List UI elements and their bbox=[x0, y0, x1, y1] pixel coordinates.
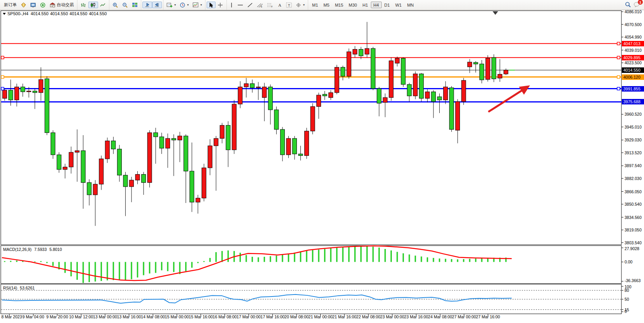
line-chart-button[interactable] bbox=[98, 2, 108, 8]
candlestick-chart-button[interactable] bbox=[88, 2, 98, 8]
crosshair-button[interactable] bbox=[216, 2, 225, 8]
timeframe-h4[interactable]: H4 bbox=[371, 2, 382, 8]
candle bbox=[449, 88, 454, 129]
collapse-triangle-icon[interactable] bbox=[3, 13, 6, 15]
zoom-out-button[interactable] bbox=[120, 2, 130, 8]
y-axis-tick: 4086.010 bbox=[625, 9, 642, 14]
candlestick-chart-icon bbox=[90, 2, 96, 8]
auto-trading-button[interactable]: 自动交易 bbox=[48, 2, 76, 8]
chevron-down-icon[interactable]: ▾ bbox=[187, 3, 189, 7]
candle bbox=[347, 52, 351, 76]
market-watch-icon[interactable] bbox=[28, 2, 38, 8]
cursor-button[interactable] bbox=[207, 2, 216, 8]
line-anchor[interactable] bbox=[1, 56, 4, 59]
y-axis-tick: 3913.520 bbox=[625, 150, 642, 155]
time-axis-label: 24 Mar 08:00 bbox=[428, 314, 452, 319]
equidistant-channel-button[interactable]: E bbox=[255, 2, 265, 8]
chart-shift-button[interactable] bbox=[152, 2, 162, 8]
annotation-arrow-head[interactable] bbox=[519, 85, 530, 95]
candle bbox=[69, 152, 73, 167]
candle bbox=[117, 149, 121, 175]
line-anchor[interactable] bbox=[1, 87, 4, 90]
candle bbox=[57, 155, 61, 169]
candle bbox=[220, 125, 224, 139]
auto-scroll-button[interactable] bbox=[142, 2, 152, 8]
timeframe-m15[interactable]: M15 bbox=[332, 2, 346, 8]
signals-icon[interactable] bbox=[38, 2, 48, 8]
chevron-down-icon[interactable]: ▾ bbox=[200, 3, 202, 7]
candle bbox=[232, 104, 236, 150]
candle bbox=[256, 87, 260, 88]
signals-icon-icon bbox=[40, 2, 46, 8]
line-anchor[interactable] bbox=[1, 76, 4, 78]
arrows-button[interactable]: ▾ bbox=[294, 2, 307, 8]
timeframe-m5[interactable]: M5 bbox=[321, 2, 332, 8]
text-button[interactable]: A bbox=[275, 2, 284, 8]
candle bbox=[81, 151, 85, 183]
timeframe-h1[interactable]: H1 bbox=[360, 2, 370, 8]
candle bbox=[250, 84, 254, 88]
gem-icon[interactable] bbox=[19, 2, 28, 8]
candle bbox=[190, 171, 194, 202]
new-chart-button[interactable]: ▾ bbox=[165, 2, 178, 8]
rsi-label: RSI(14) 53.6261 bbox=[3, 286, 35, 290]
ohlc-high: 4014.550 bbox=[50, 11, 68, 16]
ohlc-low: 4014.550 bbox=[70, 11, 88, 16]
equidistant-channel-icon: E bbox=[257, 2, 263, 8]
time-axis-label: 9 Mar 04:00 bbox=[22, 314, 44, 319]
notification-badge: 1 bbox=[638, 0, 643, 5]
candle bbox=[111, 141, 116, 149]
chart-canvas[interactable] bbox=[0, 10, 644, 323]
chart-shift-marker-icon[interactable] bbox=[493, 11, 498, 15]
toolbar-group: ▾▾▾ bbox=[163, 0, 205, 10]
rsi-axis-tick: 0 bbox=[625, 309, 627, 314]
timeframe-d1[interactable]: D1 bbox=[382, 2, 393, 8]
text-label-button[interactable]: T bbox=[284, 2, 294, 8]
line-anchor[interactable] bbox=[617, 42, 620, 45]
vertical-line-button[interactable] bbox=[228, 2, 235, 8]
candle bbox=[486, 58, 490, 79]
timeframe-m1[interactable]: M1 bbox=[309, 2, 321, 8]
templates-button[interactable]: ▾ bbox=[191, 2, 204, 8]
line-anchor[interactable] bbox=[617, 56, 620, 59]
chart-window[interactable]: SP500-,H4 4014.550 4014.550 4014.550 401… bbox=[0, 10, 644, 323]
chevron-down-icon[interactable]: ▾ bbox=[303, 3, 305, 7]
market-watch-icon-icon bbox=[30, 2, 36, 8]
chevron-down-icon[interactable]: ▾ bbox=[174, 3, 176, 7]
horizontal-line-button[interactable] bbox=[235, 2, 245, 8]
timeframe-m30[interactable]: M30 bbox=[346, 2, 360, 8]
candle bbox=[141, 175, 146, 183]
trendline-button[interactable] bbox=[245, 2, 255, 8]
candle bbox=[431, 92, 435, 102]
time-axis-label: 22 Mar 08:00 bbox=[356, 314, 381, 319]
y-axis-tick: 3834.560 bbox=[625, 215, 642, 220]
candle bbox=[383, 97, 387, 102]
price-tag-3975.688: 3975.688 bbox=[622, 99, 644, 104]
line-anchor[interactable] bbox=[617, 76, 620, 78]
search-icon[interactable] bbox=[625, 2, 631, 8]
candle bbox=[51, 133, 55, 155]
crosshair-icon bbox=[218, 2, 223, 8]
candle bbox=[419, 74, 423, 98]
candle bbox=[9, 90, 13, 100]
cursor-icon bbox=[209, 2, 214, 8]
new-order-button[interactable]: 新订单 bbox=[2, 2, 19, 8]
timeframe-mn[interactable]: MN bbox=[404, 2, 416, 8]
time-axis-label: 20 Mar 08:00 bbox=[284, 314, 309, 319]
notifications-icon[interactable]: 1 bbox=[633, 2, 640, 8]
timeframe-w1[interactable]: W1 bbox=[393, 2, 405, 8]
periods-button[interactable]: ▾ bbox=[178, 2, 191, 8]
price-tag-3991.855: 3991.855 bbox=[622, 86, 644, 92]
rsi-line bbox=[2, 295, 512, 303]
svg-text:F: F bbox=[271, 5, 273, 8]
tile-windows-button[interactable] bbox=[130, 2, 140, 8]
time-axis-label: 21 Mar 16:00 bbox=[332, 314, 356, 319]
line-anchor[interactable] bbox=[617, 87, 620, 90]
bar-chart-button[interactable] bbox=[79, 2, 88, 8]
fibonacci-button[interactable]: F bbox=[265, 2, 275, 8]
candle bbox=[498, 74, 502, 78]
candle bbox=[317, 95, 321, 106]
annotation-arrow[interactable] bbox=[488, 90, 523, 112]
zoom-in-button[interactable] bbox=[111, 2, 120, 8]
time-axis-label: 17 Mar 00:00 bbox=[237, 314, 261, 319]
